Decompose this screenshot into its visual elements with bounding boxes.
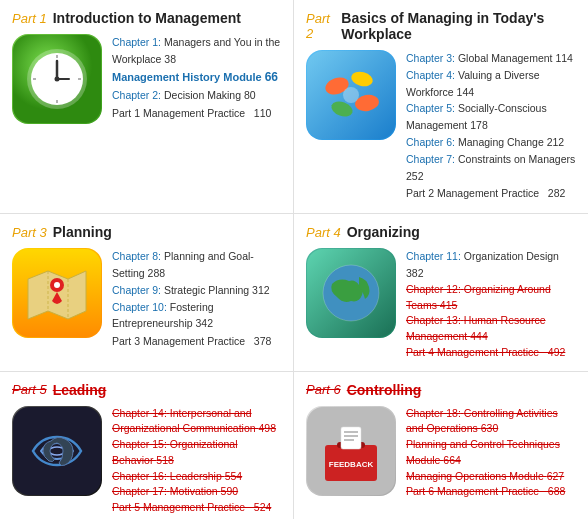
managing-ops-line: Managing Operations Module 627 — [406, 469, 576, 485]
managing-ops-text: Managing Operations Module — [406, 470, 547, 482]
chapter-18-label: Chapter 18: — [406, 407, 461, 419]
chapter-6-line: Chapter 6: Managing Change 212 — [406, 134, 576, 151]
part-2-content: Chapter 3: Global Management 114 Chapter… — [306, 50, 576, 203]
chapter-3-page: 114 — [555, 52, 573, 64]
part-2-chapters: Chapter 3: Global Management 114 Chapter… — [406, 50, 576, 203]
chapter-9-text: Strategic Planning — [164, 284, 252, 296]
part-3-icon — [12, 248, 102, 338]
chapter-17-line: Chapter 17: Motivation 590 — [112, 484, 281, 500]
part-1-chapters: Chapter 1: Managers and You in the Workp… — [112, 34, 281, 124]
chapter-5-page: 178 — [470, 119, 488, 131]
part-3-content: Chapter 8: Planning and Goal-Setting 288… — [12, 248, 281, 351]
p5-practice: Part 5 Management Practice 524 — [112, 500, 281, 516]
chapter-16-page: 554 — [225, 470, 243, 482]
p3-practice: Part 3 Management Practice 378 — [112, 332, 281, 351]
chapter-3-line: Chapter 3: Global Management 114 — [406, 50, 576, 67]
feedback-svg: FEEDBACK — [307, 407, 395, 495]
part-6-number: Part 6 — [306, 382, 341, 397]
clock-svg — [13, 35, 101, 123]
part-6-content: FEEDBACK Chapter 18: Controlling Activit… — [306, 406, 576, 501]
part-5-title: Leading — [53, 382, 107, 398]
part-2-header: Part 2 Basics of Managing in Today's Wor… — [306, 10, 576, 42]
planning-control-page: 664 — [443, 454, 461, 466]
chapter-15-label: Chapter 15: — [112, 438, 167, 450]
chapter-5-line: Chapter 5: Socially-Conscious Management… — [406, 100, 576, 134]
part-5-cell: Part 5 Leading Chapter 14: Interperson — [0, 372, 294, 519]
chapter-12-page: 415 — [440, 299, 458, 311]
p4-practice: Part 4 Management Practice 492 — [406, 345, 576, 361]
chapter-7-label[interactable]: Chapter 7: — [406, 153, 455, 165]
part-3-title: Planning — [53, 224, 112, 240]
chapter-9-page: 312 — [252, 284, 270, 296]
chapter-6-page: 212 — [547, 136, 565, 148]
chapter-2-text: Decision Making — [164, 89, 244, 101]
chapter-9-line: Chapter 9: Strategic Planning 312 — [112, 282, 281, 299]
chapter-8-label[interactable]: Chapter 8: — [112, 250, 161, 262]
chapter-7-page: 252 — [406, 170, 424, 182]
part-5-header: Part 5 Leading — [12, 382, 281, 398]
parts-grid: Part 1 Introduction to Management — [0, 0, 588, 519]
chapter-16-label: Chapter 16: — [112, 470, 167, 482]
part-2-number: Part 2 — [306, 11, 335, 41]
chapter-11-label[interactable]: Chapter 11: — [406, 250, 461, 262]
part-2-title: Basics of Managing in Today's Workplace — [341, 10, 576, 42]
p6-practice: Part 6 Management Practice 688 — [406, 484, 576, 500]
managing-ops-page: 627 — [547, 470, 565, 482]
chapter-10-label[interactable]: Chapter 10: — [112, 301, 167, 313]
chapter-16-line: Chapter 16: Leadership 554 — [112, 469, 281, 485]
part-1-title: Introduction to Management — [53, 10, 241, 26]
chapter-9-label[interactable]: Chapter 9: — [112, 284, 161, 296]
part-6-chapters: Chapter 18: Controlling Activities and O… — [406, 406, 576, 501]
map-svg — [13, 249, 101, 337]
part-3-chapters: Chapter 8: Planning and Goal-Setting 288… — [112, 248, 281, 351]
chapter-17-label: Chapter 17: — [112, 485, 167, 497]
chapter-4-label[interactable]: Chapter 4: — [406, 69, 455, 81]
part-1-icon — [12, 34, 102, 124]
chapter-1-page: 38 — [164, 53, 176, 65]
chapter-11-page: 382 — [406, 267, 424, 279]
mgmt-history-line: Management History Module 66 — [112, 68, 281, 87]
chapter-13-line: Chapter 13: Human Resource Management 44… — [406, 313, 576, 345]
chapter-14-page: 498 — [259, 422, 277, 434]
part-2-cell: Part 2 Basics of Managing in Today's Wor… — [294, 0, 588, 214]
part-4-content: Chapter 11: Organization Design 382 Chap… — [306, 248, 576, 360]
part-3-number: Part 3 — [12, 225, 47, 240]
part-4-cell: Part 4 Organizing — [294, 214, 588, 371]
chapter-2-line: Chapter 2: Decision Making 80 — [112, 87, 281, 104]
chapter-15-line: Chapter 15: Organizational Behavior 518 — [112, 437, 281, 469]
planning-control-text: Planning and Control Techniques Module — [406, 438, 560, 466]
mgmt-history-label[interactable]: Management History Module — [112, 71, 262, 83]
chapter-10-page: 342 — [195, 317, 213, 329]
chapter-3-text: Global Management — [458, 52, 555, 64]
chapter-6-label[interactable]: Chapter 6: — [406, 136, 455, 148]
part-6-title: Controlling — [347, 382, 422, 398]
chapter-16-text: Leadership — [170, 470, 225, 482]
chapter-1-label[interactable]: Chapter 1: — [112, 36, 161, 48]
chapter-11-line: Chapter 11: Organization Design 382 — [406, 248, 576, 282]
chapter-4-page: 144 — [457, 86, 475, 98]
part-4-icon — [306, 248, 396, 338]
part-2-icon — [306, 50, 396, 140]
planning-control-line: Planning and Control Techniques Module 6… — [406, 437, 576, 469]
chapter-3-label[interactable]: Chapter 3: — [406, 52, 455, 64]
chapter-5-label[interactable]: Chapter 5: — [406, 102, 455, 114]
chapter-17-page: 590 — [221, 485, 239, 497]
chapter-13-label: Chapter 13: — [406, 314, 461, 326]
chapter-8-line: Chapter 8: Planning and Goal-Setting 288 — [112, 248, 281, 282]
svg-point-15 — [343, 87, 359, 103]
chapter-2-label[interactable]: Chapter 2: — [112, 89, 161, 101]
part-4-chapters: Chapter 11: Organization Design 382 Chap… — [406, 248, 576, 360]
part-1-header: Part 1 Introduction to Management — [12, 10, 281, 26]
earth-svg — [307, 249, 395, 337]
part-4-title: Organizing — [347, 224, 420, 240]
chapter-17-text: Motivation — [170, 485, 221, 497]
chapter-14-line: Chapter 14: Interpersonal and Organizati… — [112, 406, 281, 438]
part-1-content: Chapter 1: Managers and You in the Workp… — [12, 34, 281, 124]
chapter-18-page: 630 — [481, 422, 499, 434]
part-5-content: Chapter 14: Interpersonal and Organizati… — [12, 406, 281, 516]
chapter-4-line: Chapter 4: Valuing a Diverse Workforce 1… — [406, 67, 576, 101]
chapter-12-line: Chapter 12: Organizing Around Teams 415 — [406, 282, 576, 314]
chapter-2-page: 80 — [244, 89, 256, 101]
chapter-1-line: Chapter 1: Managers and You in the Workp… — [112, 34, 281, 68]
part-6-header: Part 6 Controlling — [306, 382, 576, 398]
